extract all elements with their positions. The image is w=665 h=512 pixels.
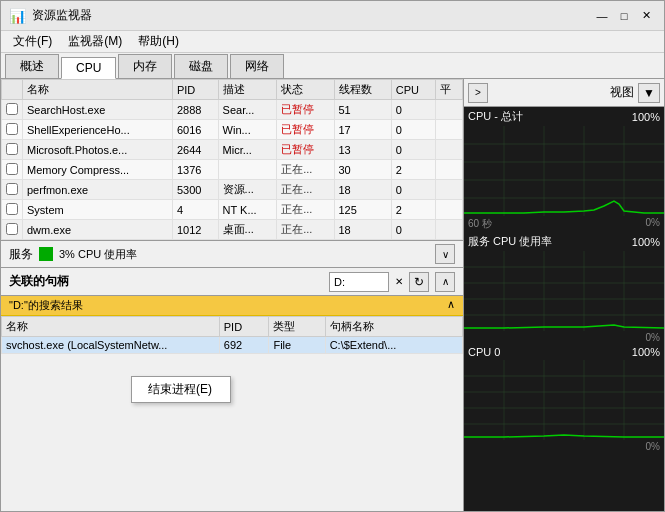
table-row[interactable]: perfmon.exe 5300 资源... 正在... 18 0 (2, 180, 463, 200)
window-title: 资源监视器 (32, 7, 92, 24)
maximize-button[interactable]: □ (614, 6, 634, 26)
handles-bar: 关联的句柄 ✕ ↻ ∧ (1, 268, 463, 296)
tab-overview[interactable]: 概述 (5, 54, 59, 78)
row-status: 正在... (277, 200, 334, 220)
graph-service-cpu: 服务 CPU 使用率 100% (464, 232, 664, 344)
row-name: perfmon.exe (23, 180, 173, 200)
row-desc: 资源... (218, 180, 277, 200)
right-expand-button[interactable]: > (468, 83, 488, 103)
search-input[interactable] (329, 272, 389, 292)
main-window: 📊 资源监视器 — □ ✕ 文件(F) 监视器(M) 帮助(H) 概述 CPU … (0, 0, 665, 512)
search-result-label: "D:"的搜索结果 (9, 299, 83, 311)
graph-cpu0-title: CPU 0 (468, 346, 500, 358)
row-check[interactable] (2, 220, 23, 240)
row-name: dwm.exe (23, 220, 173, 240)
col-pid[interactable]: PID (172, 80, 218, 100)
row-avg (435, 200, 462, 220)
row-cpu: 0 (391, 120, 435, 140)
graph-cpu-total-max: 100% (632, 111, 660, 123)
graph-cpu-total-title: CPU - 总计 (468, 109, 523, 124)
row-cpu: 0 (391, 220, 435, 240)
menu-file[interactable]: 文件(F) (5, 31, 60, 52)
search-clear-icon[interactable]: ✕ (391, 272, 407, 292)
context-menu: 结束进程(E) (131, 376, 231, 403)
row-status: 正在... (277, 180, 334, 200)
search-refresh-button[interactable]: ↻ (409, 272, 429, 292)
row-pid: 2644 (172, 140, 218, 160)
handle-col-handle[interactable]: 句柄名称 (325, 317, 462, 337)
handle-row-handle: C:\$Extend\... (325, 337, 462, 354)
handle-col-name[interactable]: 名称 (2, 317, 220, 337)
row-name: Memory Compress... (23, 160, 173, 180)
col-desc[interactable]: 描述 (218, 80, 277, 100)
graph-cpu0-footer: 0% (464, 440, 664, 453)
graph-service-cpu-min: 0% (646, 332, 660, 343)
col-avg[interactable]: 平 (435, 80, 462, 100)
row-avg (435, 180, 462, 200)
row-cpu: 0 (391, 180, 435, 200)
row-threads: 17 (334, 120, 391, 140)
row-check[interactable] (2, 100, 23, 120)
graph-cpu0: CPU 0 100% (464, 344, 664, 453)
row-check[interactable] (2, 140, 23, 160)
tab-cpu[interactable]: CPU (61, 57, 116, 79)
view-label: 视图 (610, 84, 634, 101)
table-row[interactable]: ShellExperienceHo... 6016 Win... 已暂停 17 … (2, 120, 463, 140)
col-threads[interactable]: 线程数 (334, 80, 391, 100)
table-row[interactable]: Microsoft.Photos.e... 2644 Micr... 已暂停 1… (2, 140, 463, 160)
process-table[interactable]: 名称 PID 描述 状态 线程数 CPU 平 SearchHost.exe 28… (1, 79, 463, 240)
table-row[interactable]: dwm.exe 1012 桌面... 正在... 18 0 (2, 220, 463, 240)
handles-section: 关联的句柄 ✕ ↻ ∧ "D:"的搜索结果 ∧ (1, 268, 463, 511)
tab-memory[interactable]: 内存 (118, 54, 172, 78)
row-avg (435, 100, 462, 120)
row-cpu: 2 (391, 160, 435, 180)
handles-label: 关联的句柄 (9, 273, 69, 290)
handle-col-type[interactable]: 类型 (269, 317, 325, 337)
row-pid: 4 (172, 200, 218, 220)
svg-rect-0 (464, 126, 664, 216)
row-check[interactable] (2, 180, 23, 200)
graph-cpu-total-canvas (464, 126, 664, 216)
col-cpu[interactable]: CPU (391, 80, 435, 100)
row-check[interactable] (2, 120, 23, 140)
col-check (2, 80, 23, 100)
main-content: 名称 PID 描述 状态 线程数 CPU 平 SearchHost.exe 28… (1, 79, 664, 511)
view-dropdown[interactable]: ▼ (638, 83, 660, 103)
table-row[interactable]: Memory Compress... 1376 正在... 30 2 (2, 160, 463, 180)
row-threads: 13 (334, 140, 391, 160)
tab-disk[interactable]: 磁盘 (174, 54, 228, 78)
menu-help[interactable]: 帮助(H) (130, 31, 187, 52)
menu-monitor[interactable]: 监视器(M) (60, 31, 130, 52)
minimize-button[interactable]: — (592, 6, 612, 26)
row-status: 正在... (277, 220, 334, 240)
table-row[interactable]: System 4 NT K... 正在... 125 2 (2, 200, 463, 220)
row-cpu: 0 (391, 140, 435, 160)
row-status: 正在... (277, 160, 334, 180)
col-name[interactable]: 名称 (23, 80, 173, 100)
handles-table-container[interactable]: 名称 PID 类型 句柄名称 svchost.exe (LocalSystemN… (1, 316, 463, 511)
table-row[interactable]: svchost.exe (LocalSystemNetw... 692 File… (2, 337, 463, 354)
row-desc: 桌面... (218, 220, 277, 240)
row-pid: 2888 (172, 100, 218, 120)
row-name: SearchHost.exe (23, 100, 173, 120)
close-button[interactable]: ✕ (636, 6, 656, 26)
right-panel-header: > 视图 ▼ (464, 79, 664, 107)
col-status[interactable]: 状态 (277, 80, 334, 100)
tab-network[interactable]: 网络 (230, 54, 284, 78)
graph-service-cpu-footer: 0% (464, 331, 664, 344)
handles-collapse-button[interactable]: ∧ (435, 272, 455, 292)
row-check[interactable] (2, 160, 23, 180)
row-status: 已暂停 (277, 140, 334, 160)
row-threads: 18 (334, 180, 391, 200)
row-pid: 1376 (172, 160, 218, 180)
graph-cpu0-canvas (464, 360, 664, 440)
handle-col-pid[interactable]: PID (219, 317, 269, 337)
table-row[interactable]: SearchHost.exe 2888 Sear... 已暂停 51 0 (2, 100, 463, 120)
graph-cpu-total-min: 0% (646, 217, 660, 231)
row-check[interactable] (2, 200, 23, 220)
row-avg (435, 120, 462, 140)
services-expand-button[interactable]: ∨ (435, 244, 455, 264)
context-menu-end-process[interactable]: 结束进程(E) (132, 377, 230, 402)
row-threads: 30 (334, 160, 391, 180)
row-pid: 6016 (172, 120, 218, 140)
